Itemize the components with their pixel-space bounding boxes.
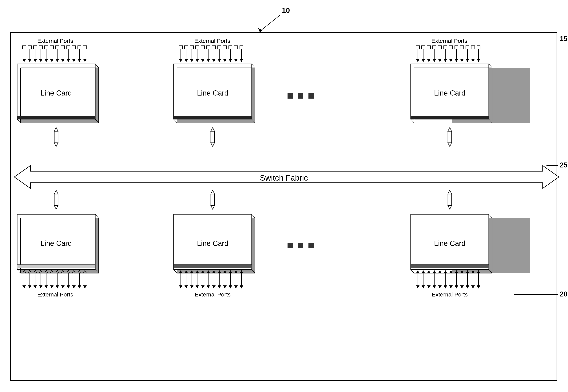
ref-25: 25	[560, 161, 568, 169]
line-card-top-mid: Line Card	[197, 89, 229, 97]
svg-rect-49	[17, 116, 95, 119]
svg-rect-263	[288, 243, 293, 248]
ext-ports-label-top-right: External Ports	[432, 38, 467, 44]
line-card-bot-mid: Line Card	[197, 239, 229, 247]
svg-marker-1	[258, 28, 262, 32]
svg-rect-152	[411, 116, 489, 119]
svg-rect-99	[174, 116, 252, 119]
line-card-bot-right: Line Card	[434, 239, 466, 247]
ref-10: 10	[282, 6, 290, 14]
svg-line-0	[261, 15, 280, 30]
svg-rect-264	[298, 243, 303, 248]
line-card-bot-left: Line Card	[41, 239, 72, 247]
svg-rect-275	[411, 265, 489, 268]
svg-rect-106	[308, 93, 314, 98]
ext-ports-label-bot-right: External Ports	[432, 291, 468, 298]
line-card-top-right: Line Card	[434, 89, 466, 97]
svg-rect-105	[298, 93, 303, 98]
svg-rect-265	[308, 243, 314, 248]
svg-rect-104	[288, 93, 293, 98]
switch-fabric-label: Switch Fabric	[260, 173, 308, 182]
svg-rect-180	[17, 265, 95, 268]
ext-ports-label-top-left: External Ports	[37, 38, 73, 44]
ext-ports-label-bot-left: External Ports	[37, 291, 73, 298]
ext-ports-label-top-mid: External Ports	[194, 38, 230, 44]
line-card-top-left: Line Card	[41, 89, 72, 97]
ref-20: 20	[560, 290, 568, 298]
ref-15: 15	[560, 35, 568, 42]
ext-ports-label-bot-mid: External Ports	[195, 291, 231, 298]
svg-rect-226	[174, 265, 252, 268]
